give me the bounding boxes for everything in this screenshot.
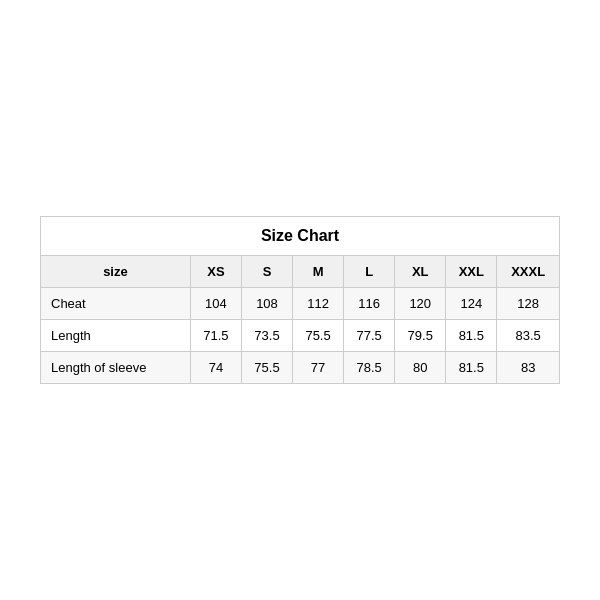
cell-value: 104	[190, 288, 241, 320]
table-row: Length of sleeve7475.57778.58081.583	[41, 352, 560, 384]
column-header: XXXL	[497, 256, 560, 288]
row-label: Cheat	[41, 288, 191, 320]
cell-value: 74	[190, 352, 241, 384]
size-chart-container: Size Chart sizeXSSMLXLXXLXXXL Cheat10410…	[40, 216, 560, 384]
cell-value: 81.5	[446, 320, 497, 352]
header-row: sizeXSSMLXLXXLXXXL	[41, 256, 560, 288]
column-header: XL	[395, 256, 446, 288]
table-row: Cheat104108112116120124128	[41, 288, 560, 320]
cell-value: 116	[344, 288, 395, 320]
cell-value: 108	[241, 288, 292, 320]
cell-value: 77.5	[344, 320, 395, 352]
cell-value: 75.5	[293, 320, 344, 352]
cell-value: 71.5	[190, 320, 241, 352]
cell-value: 124	[446, 288, 497, 320]
cell-value: 128	[497, 288, 560, 320]
title-row: Size Chart	[41, 217, 560, 256]
cell-value: 112	[293, 288, 344, 320]
column-header: L	[344, 256, 395, 288]
table-body: Cheat104108112116120124128Length71.573.5…	[41, 288, 560, 384]
cell-value: 78.5	[344, 352, 395, 384]
row-label: Length of sleeve	[41, 352, 191, 384]
column-header: size	[41, 256, 191, 288]
cell-value: 80	[395, 352, 446, 384]
cell-value: 73.5	[241, 320, 292, 352]
cell-value: 79.5	[395, 320, 446, 352]
row-label: Length	[41, 320, 191, 352]
cell-value: 83.5	[497, 320, 560, 352]
cell-value: 75.5	[241, 352, 292, 384]
column-header: XXL	[446, 256, 497, 288]
table-title: Size Chart	[41, 217, 560, 256]
column-header: M	[293, 256, 344, 288]
cell-value: 81.5	[446, 352, 497, 384]
column-header: XS	[190, 256, 241, 288]
cell-value: 83	[497, 352, 560, 384]
size-chart-table: Size Chart sizeXSSMLXLXXLXXXL Cheat10410…	[40, 216, 560, 384]
cell-value: 120	[395, 288, 446, 320]
column-header: S	[241, 256, 292, 288]
table-row: Length71.573.575.577.579.581.583.5	[41, 320, 560, 352]
cell-value: 77	[293, 352, 344, 384]
